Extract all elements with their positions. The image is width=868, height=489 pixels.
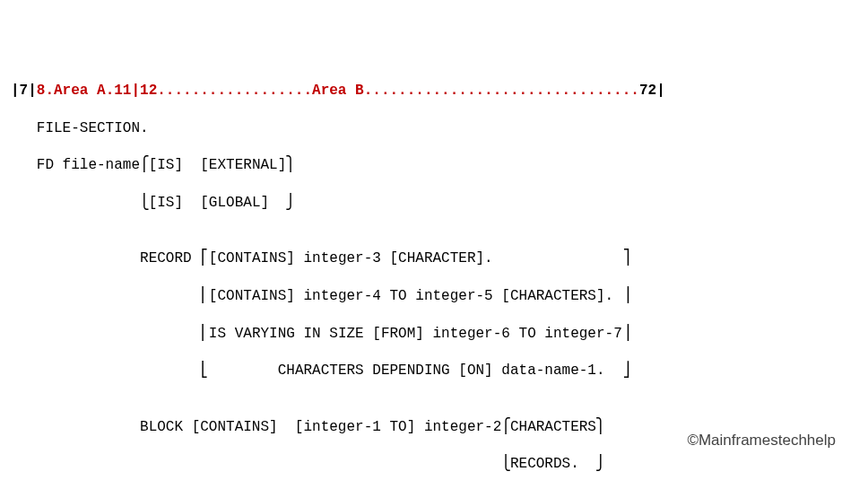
ruler-col11dot: .11| xyxy=(106,83,140,99)
ruler-col7: |7| xyxy=(11,83,37,99)
line-record-1: RECORD ⎡[CONTAINS] integer-3 [CHARACTER]… xyxy=(11,249,857,268)
ruler-dots-left: .................. xyxy=(157,83,312,99)
column-ruler: |7|8.Area A.11|12..................Area … xyxy=(11,82,857,100)
line-file-section: FILE-SECTION. xyxy=(11,119,857,138)
ruler-area-b: Area B xyxy=(312,83,364,99)
ruler-area-a: Area A xyxy=(54,83,106,99)
ruler-dots-right: ................................ xyxy=(364,83,639,99)
line-block-2: ⎩RECORDS. ⎭ xyxy=(11,455,857,474)
ruler-col72: 72| xyxy=(639,83,665,99)
line-fd-1: FD file-name⎧[IS] [EXTERNAL]⎫ xyxy=(11,156,857,175)
line-record-4: ⎣ CHARACTERS DEPENDING [ON] data-name-1.… xyxy=(11,362,857,380)
ruler-col8: 8. xyxy=(37,83,54,99)
line-record-3: ⎢IS VARYING IN SIZE [FROM] integer-6 TO … xyxy=(11,325,857,344)
ruler-col12: 12 xyxy=(140,83,157,99)
line-record-2: ⎢[CONTAINS] integer-4 TO integer-5 [CHAR… xyxy=(11,287,857,306)
line-fd-2: ⎩[IS] [GLOBAL] ⎭ xyxy=(11,194,857,213)
watermark: ©Mainframestechhelp xyxy=(687,431,836,450)
